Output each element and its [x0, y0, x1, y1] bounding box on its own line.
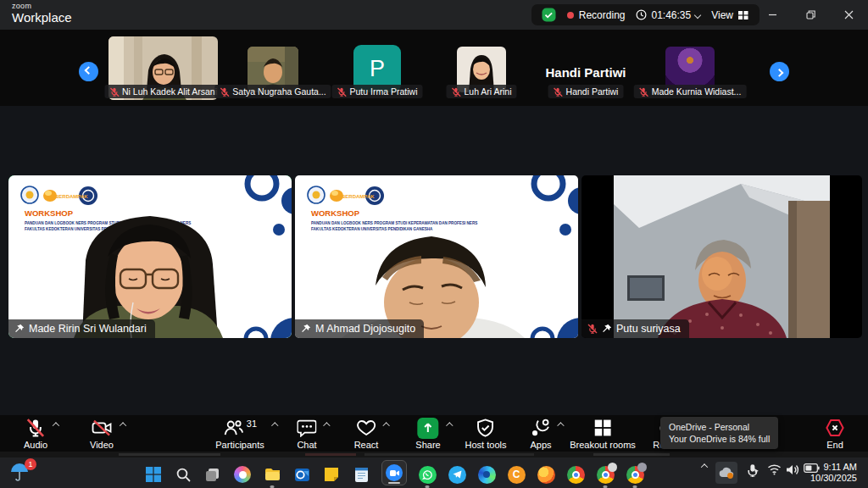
- whatsapp-icon[interactable]: [418, 465, 437, 484]
- edge-icon[interactable]: [477, 465, 496, 484]
- chevron-up-icon[interactable]: [382, 422, 389, 429]
- muted-mic-icon: [337, 87, 347, 97]
- svg-text:WORKSHOP: WORKSHOP: [25, 208, 74, 218]
- share-button[interactable]: Share: [415, 418, 440, 450]
- filmstrip-tile[interactable]: Luh Ari Arini: [431, 36, 531, 100]
- chrome-profile-icon[interactable]: [596, 465, 615, 484]
- svg-text:BERDAMPAK: BERDAMPAK: [55, 194, 88, 199]
- view-button[interactable]: View: [711, 9, 749, 21]
- filmstrip-tile[interactable]: Satya Nugraha Gauta...: [223, 36, 323, 100]
- restore-button[interactable]: [792, 0, 830, 30]
- pin-icon: [14, 324, 25, 334]
- filmstrip-tile[interactable]: P Putu Irma Pratiwi: [327, 36, 427, 100]
- chevron-up-icon[interactable]: [120, 422, 126, 429]
- chevron-up-icon[interactable]: [557, 422, 564, 429]
- video-tile-active-speaker[interactable]: BERDAMPAK WORKSHOP PANDUAN DAN LOGBOOK N…: [8, 175, 292, 338]
- clock-icon: [636, 9, 647, 20]
- chevron-left-icon: [85, 66, 93, 75]
- muted-mic-icon: [451, 87, 460, 97]
- host-tools-button[interactable]: Host tools: [465, 418, 507, 450]
- participant-name-label: Putu Irma Pratiwi: [332, 85, 423, 98]
- apps-button[interactable]: Apps: [530, 418, 551, 450]
- mic-muted-icon: [26, 419, 45, 437]
- orange-c-app-icon[interactable]: C: [507, 465, 526, 484]
- muted-mic-icon: [587, 324, 598, 334]
- close-button[interactable]: [830, 0, 868, 30]
- video-button[interactable]: Video: [90, 418, 114, 450]
- filmstrip-tile[interactable]: Ni Luh Kadek Alit Arsani: [108, 36, 218, 100]
- mic-in-use-tray-icon[interactable]: [744, 463, 760, 477]
- chevron-up-icon[interactable]: [323, 422, 330, 429]
- file-explorer-icon[interactable]: [263, 465, 281, 484]
- notepad-icon[interactable]: [352, 465, 370, 484]
- video-tile-name-label: Made Ririn Sri Wulandari: [8, 319, 155, 338]
- telegram-icon[interactable]: [448, 465, 466, 484]
- meeting-status-pill: Recording 01:46:35 View: [531, 4, 760, 25]
- timer-value: 01:46:35: [651, 9, 691, 21]
- logo-workplace-text: Workplace: [12, 11, 72, 24]
- participants-button[interactable]: 31 Participants: [215, 418, 264, 450]
- chrome-icon[interactable]: [566, 465, 585, 484]
- virtual-background: BERDAMPAK WORKSHOP PANDUAN DAN LOGBOOK N…: [295, 175, 578, 338]
- recording-dot-icon: [567, 12, 574, 19]
- recording-label: Recording: [579, 9, 626, 21]
- participant-video: [614, 175, 830, 338]
- video-tile[interactable]: BERDAMPAK WORKSHOP PANDUAN DAN LOGBOOK N…: [295, 175, 578, 338]
- task-view-icon[interactable]: [203, 465, 222, 484]
- end-meeting-button[interactable]: End: [825, 418, 845, 450]
- muted-mic-icon: [109, 87, 119, 97]
- filmstrip-prev-button[interactable]: [79, 62, 98, 81]
- svg-text:PANDUAN DAN LOGBOOK NERS PROGR: PANDUAN DAN LOGBOOK NERS PROGRAM STUDI K…: [311, 221, 477, 225]
- share-screen-icon: [417, 418, 438, 439]
- chevron-up-icon[interactable]: [271, 422, 278, 429]
- participant-name-label: Satya Nugraha Gauta...: [214, 85, 331, 98]
- wifi-tray-icon[interactable]: [767, 463, 782, 475]
- chevron-up-icon[interactable]: [446, 422, 453, 429]
- grid-view-icon: [737, 10, 749, 20]
- outlook-icon[interactable]: [292, 465, 311, 484]
- virtual-background: BERDAMPAK WORKSHOP PANDUAN DAN LOGBOOK N…: [8, 175, 292, 338]
- camera-off-icon: [92, 419, 112, 437]
- onedrive-notification[interactable]: OneDrive - Personal Your OneDrive is 84%…: [660, 417, 778, 449]
- chevron-down-icon: [694, 11, 701, 18]
- umbrella-app-icon[interactable]: 1: [9, 462, 33, 484]
- audio-button[interactable]: Audio: [24, 418, 47, 450]
- sticky-notes-icon[interactable]: [322, 465, 341, 484]
- tray-expand-chevron[interactable]: [702, 463, 707, 469]
- view-label: View: [711, 9, 733, 21]
- chrome-profile-icon[interactable]: [626, 465, 644, 484]
- search-icon[interactable]: [174, 465, 192, 484]
- zoom-taskbar-icon[interactable]: [381, 460, 407, 485]
- apps-icon: [531, 419, 550, 437]
- taskbar-clock[interactable]: 9:11 AM 10/30/2025: [810, 462, 857, 484]
- participant-name-label: Luh Ari Arini: [446, 85, 516, 98]
- pin-icon: [602, 324, 612, 334]
- notification-badge: 1: [25, 458, 36, 470]
- chat-button[interactable]: Chat: [297, 418, 316, 450]
- zoom-workplace-logo: zoom Workplace: [12, 3, 72, 24]
- react-button[interactable]: React: [354, 418, 379, 450]
- end-call-icon: [825, 419, 845, 437]
- onedrive-tray-icon[interactable]: [715, 462, 737, 484]
- muted-mic-icon: [639, 87, 648, 97]
- volume-tray-icon[interactable]: [786, 463, 800, 476]
- copilot-icon[interactable]: [233, 465, 252, 484]
- recording-indicator[interactable]: Recording: [567, 9, 626, 21]
- participants-icon: [223, 419, 243, 437]
- svg-text:WORKSHOP: WORKSHOP: [311, 208, 360, 218]
- video-tile[interactable]: Putu suriyasa: [581, 175, 862, 338]
- minimize-button[interactable]: [754, 0, 792, 30]
- meeting-timer[interactable]: 01:46:35: [636, 9, 700, 21]
- breakout-rooms-button[interactable]: Breakout rooms: [570, 418, 636, 450]
- shield-icon: [476, 419, 495, 437]
- chevron-up-icon[interactable]: [53, 422, 59, 429]
- security-shield-icon[interactable]: [542, 8, 556, 22]
- firefox-icon[interactable]: [537, 465, 555, 484]
- start-button[interactable]: [144, 465, 163, 484]
- filmstrip-tile[interactable]: Handi Partiwi Handi Partiwi: [536, 36, 636, 100]
- zoom-meeting-window: zoom Workplace Recording 01:46:35 V: [0, 0, 868, 488]
- clock-time: 9:11 AM: [810, 462, 857, 473]
- filmstrip-tile[interactable]: Made Kurnia Widiast...: [640, 36, 740, 100]
- participant-filmstrip: Ni Luh Kadek Alit Arsani Satya Nugraha G…: [0, 30, 868, 106]
- filmstrip-next-button[interactable]: [770, 62, 789, 81]
